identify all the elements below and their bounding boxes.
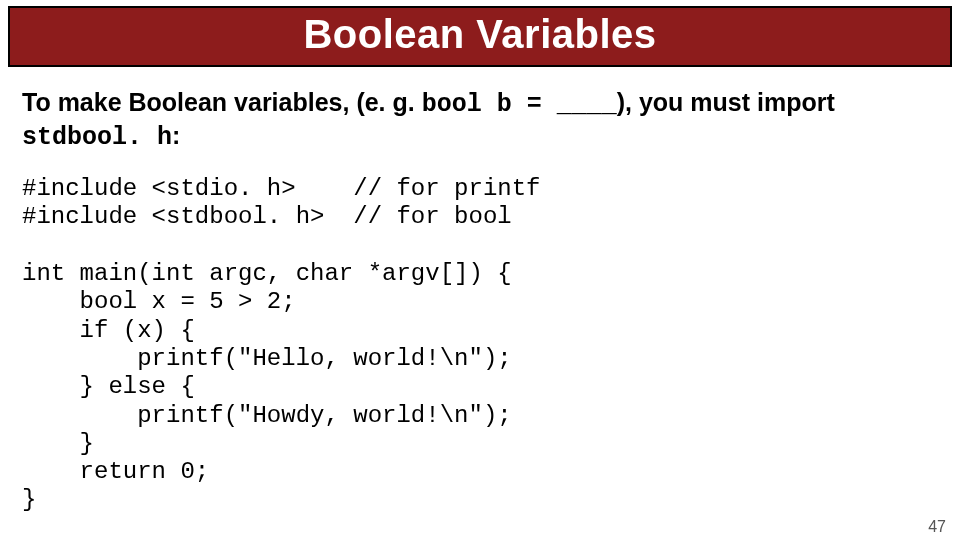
intro-after: : [172,121,180,149]
intro-text: To make Boolean variables, (e. g. bool b… [22,87,938,153]
title-band: Boolean Variables [8,6,952,67]
page-number: 47 [928,518,946,536]
slide-body: To make Boolean variables, (e. g. bool b… [0,67,960,515]
intro-code-1: bool b = ____ [422,90,617,119]
intro-before: To make Boolean variables, (e. g. [22,88,422,116]
intro-code-2: stdbool. h [22,123,172,152]
code-block: #include <stdio. h> // for printf #inclu… [22,175,938,515]
intro-mid: ), you must import [617,88,835,116]
slide: Boolean Variables To make Boolean variab… [0,6,960,540]
slide-title: Boolean Variables [10,12,950,57]
